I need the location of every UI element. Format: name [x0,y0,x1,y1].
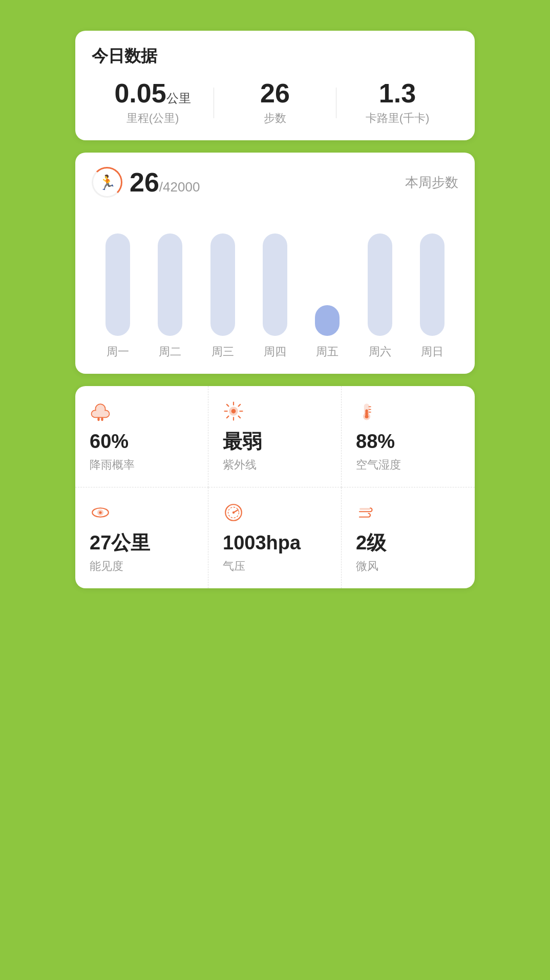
distance-label: 里程(公里) [126,111,179,126]
weather-value-5: 2级 [356,533,464,552]
weather-value-1: 最弱 [223,432,331,451]
bar-day-label-2: 周三 [197,344,249,359]
svg-point-15 [365,415,369,418]
weather-cell-0: 60%降雨概率 [75,386,208,487]
svg-rect-27 [359,505,369,507]
weekly-steps-card: 🏃 26/42000 本周步数 周一周二周三周四周五周六周日 [75,153,475,374]
bar-1 [158,233,182,336]
weather-value-0: 60% [90,432,198,451]
today-data-card: 今日数据 0.05公里 里程(公里) 26 步数 1.3 卡路里(千卡) [75,31,475,140]
weather-value-3: 27公里 [90,533,198,552]
svg-point-0 [97,417,99,421]
week-label: 本周步数 [405,174,458,191]
distance-value: 0.05公里 [114,80,191,106]
weather-label-2: 空气湿度 [356,457,464,473]
weather-cell-5: 2级微风 [342,487,475,588]
bar-days-row: 周一周二周三周四周五周六周日 [92,344,458,359]
weather-label-3: 能见度 [90,559,198,574]
svg-line-11 [227,416,229,418]
bar-0 [105,233,130,336]
pressure-icon [223,502,331,527]
calories-label: 卡路里(千卡) [366,111,430,126]
steps-info: 🏃 26/42000 [92,167,200,198]
steps-label: 步数 [264,111,286,126]
bar-6 [420,233,445,336]
svg-point-1 [101,417,103,421]
eye-icon [90,502,198,527]
current-steps: 26 [130,167,159,197]
svg-line-10 [239,404,241,407]
weather-value-2: 88% [356,432,464,451]
steps-value: 26 [260,80,290,106]
weather-cell-1: 最弱紫外线 [208,386,342,487]
thermometer-icon [356,400,464,425]
svg-point-25 [232,512,235,514]
bar-day-label-4: 周五 [301,344,353,359]
uv-icon [223,400,331,425]
bar-day-label-1: 周二 [144,344,196,359]
today-stats-row: 0.05公里 里程(公里) 26 步数 1.3 卡路里(千卡) [92,80,458,126]
bar-day-label-6: 周日 [406,344,458,359]
weather-cell-4: 1003hpa气压 [208,487,342,588]
svg-point-21 [99,511,101,514]
steps-display: 26/42000 [130,167,200,198]
today-data-title: 今日数据 [92,45,458,68]
svg-line-8 [227,404,229,407]
weather-grid: 60%降雨概率 最弱紫外线 88%空气湿度 27公里能见度 1003hpa气压 … [75,386,475,588]
bar-day-label-3: 周四 [249,344,301,359]
calories-stat: 1.3 卡路里(千卡) [336,80,458,126]
bar-3 [263,233,287,336]
svg-rect-26 [359,508,370,510]
bar-col-2 [197,213,249,336]
bar-col-4 [301,213,353,336]
bar-col-0 [92,213,144,336]
runner-icon: 🏃 [92,167,122,198]
bar-col-6 [406,213,458,336]
weather-label-5: 微风 [356,559,464,574]
bar-day-label-5: 周六 [353,344,406,359]
weather-cell-2: 88%空气湿度 [342,386,475,487]
steps-stat: 26 步数 [214,80,336,126]
weekly-steps-header: 🏃 26/42000 本周步数 [92,167,458,198]
svg-line-9 [239,416,241,418]
weather-label-4: 气压 [223,559,331,574]
rain-icon [90,400,198,425]
weather-value-4: 1003hpa [223,533,331,552]
distance-stat: 0.05公里 里程(公里) [92,80,214,126]
bar-2 [210,233,235,336]
wind-icon [356,502,464,527]
bar-chart [92,213,458,336]
bar-col-1 [144,213,196,336]
total-steps: /42000 [159,179,200,195]
bar-4 [315,305,340,336]
weather-card: 60%降雨概率 最弱紫外线 88%空气湿度 27公里能见度 1003hpa气压 … [75,386,475,588]
calories-value: 1.3 [379,80,416,106]
weather-label-1: 紫外线 [223,457,331,473]
bar-col-3 [249,213,301,336]
weather-cell-3: 27公里能见度 [75,487,208,588]
weather-label-0: 降雨概率 [90,457,198,473]
bar-5 [368,233,392,336]
bar-day-label-0: 周一 [92,344,144,359]
bar-col-5 [353,213,406,336]
svg-point-3 [231,409,236,414]
